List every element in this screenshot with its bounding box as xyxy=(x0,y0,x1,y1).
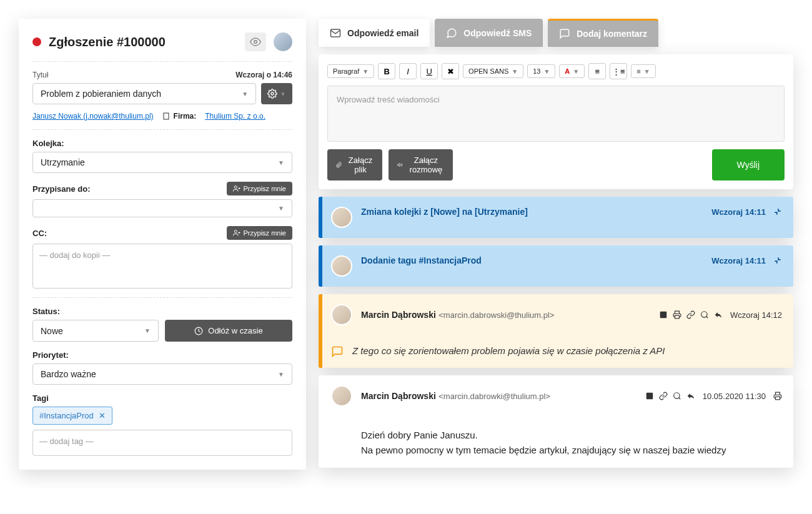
attach-file-button[interactable]: Załącz plik xyxy=(327,149,382,180)
status-select[interactable]: Nowe ▼ xyxy=(32,320,159,342)
chevron-down-icon: ▼ xyxy=(280,91,286,97)
comment-body: Z tego co się zorientowałem problem poja… xyxy=(352,345,665,356)
company-label: Firma: xyxy=(174,112,197,121)
paragraph-select[interactable]: Paragraf ▼ xyxy=(327,64,374,78)
editor-textarea[interactable]: Wprowadź treść wiadomości xyxy=(327,86,785,142)
queue-value: Utrzymanie xyxy=(41,157,85,167)
author-name: Marcin Dąbrowski xyxy=(361,391,436,401)
cc-label: CC: xyxy=(32,229,47,238)
author-email: <marcin.dabrowki@thulium.pl> xyxy=(438,392,550,401)
print-icon[interactable] xyxy=(773,392,782,400)
tag-remove-icon[interactable]: ✕ xyxy=(99,411,106,420)
cc-assign-me-button[interactable]: Przypisz mnie xyxy=(227,226,292,240)
underline-button[interactable]: U xyxy=(420,63,438,79)
send-button[interactable]: Wyślij xyxy=(712,149,785,180)
watch-button[interactable] xyxy=(245,32,266,51)
avatar xyxy=(331,304,352,325)
eye-icon xyxy=(250,36,261,47)
divider xyxy=(32,61,292,62)
svg-rect-18 xyxy=(646,393,653,400)
tag-input[interactable]: — dodaj tag — xyxy=(32,430,292,456)
link-icon[interactable] xyxy=(686,310,695,319)
search-icon[interactable] xyxy=(673,392,681,400)
author-name: Marcin Dąbrowski xyxy=(361,310,436,320)
bold-button[interactable]: B xyxy=(378,63,395,79)
timeline-event[interactable]: Dodanie tagu #InstancjaProd Wczoraj 14:1… xyxy=(319,245,793,287)
reply-body: Dzień dobry Panie Januszu. Na pewno pomo… xyxy=(331,428,726,458)
title-value: Problem z pobieraniem danych xyxy=(41,89,161,99)
chat-icon xyxy=(331,345,344,358)
chevron-down-icon: ▼ xyxy=(278,371,284,378)
collapse-icon[interactable] xyxy=(773,207,782,216)
sms-icon xyxy=(446,27,457,39)
status-value: Nowe xyxy=(41,326,63,336)
svg-point-8 xyxy=(234,230,237,233)
contact-link[interactable]: Janusz Nowak (j.nowak@thulium.pl) xyxy=(32,112,154,121)
tags-label: Tagi xyxy=(32,393,49,403)
priority-value: Bardzo ważne xyxy=(41,369,96,379)
attach-call-button[interactable]: Załącz rozmowę xyxy=(389,149,453,180)
reply-icon[interactable] xyxy=(686,392,695,400)
svg-point-19 xyxy=(674,393,680,398)
assigned-label: Przypisane do: xyxy=(32,184,90,194)
ticket-heading: Zgłoszenie #100000 xyxy=(49,35,237,49)
bullet-list-button[interactable]: ⋮≡ xyxy=(610,63,627,79)
avatar[interactable] xyxy=(274,32,292,51)
priority-select[interactable]: Bardzo ważne ▼ xyxy=(32,363,292,385)
color-select[interactable]: A ▼ xyxy=(559,64,585,78)
expand-icon[interactable] xyxy=(645,392,654,400)
mail-icon xyxy=(330,27,341,39)
cc-input[interactable]: — dodaj do kopii — xyxy=(32,244,292,289)
assigned-select[interactable]: ▼ xyxy=(32,199,292,217)
priority-label: Priorytet: xyxy=(32,350,69,360)
tab-sms[interactable]: Odpowiedź SMS xyxy=(435,19,543,47)
collapse-icon[interactable] xyxy=(773,256,782,265)
tab-comment[interactable]: Dodaj komentarz xyxy=(548,19,658,47)
ticket-timestamp: Wczoraj o 14:46 xyxy=(235,71,292,79)
tag-chip: #InstancjaProd ✕ xyxy=(32,407,112,425)
search-icon[interactable] xyxy=(700,310,709,319)
paperclip-icon xyxy=(336,161,342,169)
expand-icon[interactable] xyxy=(659,310,668,319)
clear-format-button[interactable]: ✖ xyxy=(442,63,459,79)
tab-email[interactable]: Odpowiedź email xyxy=(319,19,430,47)
gear-icon xyxy=(267,89,277,99)
italic-button[interactable]: I xyxy=(399,63,417,79)
user-plus-icon xyxy=(233,229,240,237)
editor-panel: Paragraf ▼ B I U ✖ OPEN SANS ▼ 13 ▼ A ▼ … xyxy=(319,54,793,189)
align-select[interactable]: ≡ ▼ xyxy=(631,64,655,78)
svg-point-1 xyxy=(271,92,274,95)
status-dot-icon xyxy=(32,37,41,46)
assign-me-button[interactable]: Przypisz mnie xyxy=(227,182,292,195)
svg-marker-13 xyxy=(398,163,400,166)
event-title: Zmiana kolejki z [Nowe] na [Utrzymanie] xyxy=(361,207,528,217)
postpone-button[interactable]: Odłóż w czasie xyxy=(165,320,292,342)
timeline-reply: Marcin Dąbrowski <marcin.dabrowki@thuliu… xyxy=(319,375,793,468)
font-select[interactable]: OPEN SANS ▼ xyxy=(463,64,523,78)
title-select[interactable]: Problem z pobieraniem danych ▼ xyxy=(32,83,256,104)
svg-rect-14 xyxy=(660,312,667,319)
print-icon[interactable] xyxy=(673,310,681,319)
event-title: Dodanie tagu #InstancjaProd xyxy=(361,255,482,265)
svg-point-5 xyxy=(234,186,237,189)
contact-row: Janusz Nowak (j.nowak@thulium.pl) Firma:… xyxy=(32,112,292,121)
response-tabs: Odpowiedź email Odpowiedź SMS Dodaj kome… xyxy=(319,19,793,47)
company-link[interactable]: Thulium Sp. z o.o. xyxy=(205,112,265,121)
reply-icon[interactable] xyxy=(714,310,723,319)
ordered-list-button[interactable]: ≡ xyxy=(588,63,606,79)
size-select[interactable]: 13 ▼ xyxy=(527,64,555,78)
settings-button[interactable]: ▼ xyxy=(261,83,292,104)
avatar xyxy=(331,207,352,228)
user-plus-icon xyxy=(233,185,240,192)
link-icon[interactable] xyxy=(659,392,668,400)
title-meta-row: Tytuł Wczoraj o 14:46 xyxy=(32,71,292,79)
chevron-down-icon: ▼ xyxy=(278,159,284,166)
divider xyxy=(32,129,292,130)
svg-rect-15 xyxy=(675,315,679,319)
comment-icon xyxy=(559,28,570,39)
queue-select[interactable]: Utrzymanie ▼ xyxy=(32,152,292,173)
queue-label: Kolejka: xyxy=(32,139,64,148)
timeline-comment: Marcin Dąbrowski <marcin.dabrowski@thuli… xyxy=(319,294,793,368)
conversation-panel: Odpowiedź email Odpowiedź SMS Dodaj kome… xyxy=(319,19,793,470)
timeline-event[interactable]: Zmiana kolejki z [Nowe] na [Utrzymanie] … xyxy=(319,197,793,238)
